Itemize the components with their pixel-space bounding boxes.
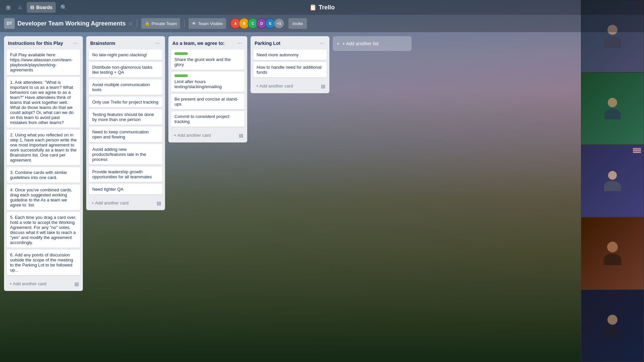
separator-2	[184, 19, 184, 27]
team-visible-button[interactable]: 👁 Team Visible	[189, 18, 226, 29]
card[interactable]: No late-night panic-slacking! ✎	[89, 50, 162, 60]
card[interactable]: Only use Trello for project tracking ✎	[89, 97, 162, 107]
person-body	[604, 36, 621, 48]
eye-icon: 👁	[192, 21, 196, 26]
card[interactable]: 2. Using what you reflected on in step 1…	[7, 130, 80, 165]
boards-icon: ⊟	[30, 5, 34, 10]
person-silhouette-3	[604, 171, 621, 191]
card[interactable]: Testing features should be done by more …	[89, 109, 162, 125]
grid-icon[interactable]: ⊞	[3, 2, 13, 13]
add-card-button-brainstorm[interactable]: + Add another card	[89, 198, 155, 207]
list-title-brainstorm: Brainstorm	[90, 41, 154, 46]
card[interactable]: Share the grunt work and the glory ✎	[171, 50, 245, 70]
card[interactable]: Provide leadership growth opportunities …	[89, 167, 162, 182]
list-menu-button-brainstorm[interactable]: ···	[154, 40, 161, 47]
person-body	[604, 181, 621, 191]
card[interactable]: Need to keep communication open and flow…	[89, 127, 162, 142]
video-background-3	[581, 145, 644, 217]
card[interactable]: Commit to consistent project tracking ✎	[171, 111, 245, 127]
member-avatars: A B C D E +1	[230, 18, 284, 29]
card[interactable]: Limit after hours texting/slacking/email…	[171, 72, 245, 92]
board-header: DT Developer Team Working Agreements ☆ 🔒…	[0, 15, 644, 32]
video-tile-4	[581, 217, 644, 290]
card[interactable]: Distribute non-glamorous tasks like test…	[89, 62, 162, 77]
list-header-parking-lot: Parking Lot ···	[251, 36, 329, 50]
video-background-4	[581, 218, 644, 289]
person-head	[607, 315, 618, 325]
card[interactable]: Avoid adding new products/features late …	[89, 144, 162, 165]
video-background-2	[581, 73, 644, 144]
home-icon[interactable]: ⌂	[15, 2, 25, 13]
boards-label: Boards	[36, 5, 52, 10]
boards-button[interactable]: ⊟ Boards	[27, 2, 56, 13]
card[interactable]: 3. Combine cards with similar guidelines…	[7, 167, 80, 183]
list-parking-lot: Parking Lot ··· Need more autonomy ✎ How…	[251, 36, 329, 93]
card[interactable]: Avoid multiple communication tools ✎	[89, 79, 162, 95]
card[interactable]: 1. Ask attendees: "What is important to …	[7, 77, 80, 128]
video-background-5	[581, 290, 644, 362]
list-menu-button-agreements[interactable]: ···	[236, 40, 243, 47]
search-button[interactable]: 🔍	[58, 2, 69, 13]
list-title-parking-lot: Parking Lot	[255, 41, 318, 46]
list-instructions: Instructions for this Play ··· Full Play…	[4, 36, 83, 291]
add-card-button-instructions[interactable]: + Add another card	[7, 279, 73, 288]
invite-button[interactable]: Invite	[288, 18, 307, 29]
card[interactable]: Full Play available here: https://www.at…	[7, 50, 80, 75]
board-title: Developer Team Working Agreements	[17, 20, 126, 27]
star-button[interactable]: ☆	[128, 21, 133, 26]
list-footer-instructions: + Add another card ▤	[4, 277, 83, 291]
list-cards-instructions: Full Play available here: https://www.at…	[4, 50, 83, 277]
trello-logo: 📋 Trello	[309, 4, 335, 11]
lock-icon: 🔒	[145, 21, 150, 26]
list-menu-button-instructions[interactable]: ···	[72, 40, 79, 47]
list-menu-button-parking-lot[interactable]: ···	[318, 40, 325, 47]
card[interactable]: 6. Add any points of discussion outside …	[7, 250, 80, 275]
list-cards-agreements: Share the grunt work and the glory ✎ Lim…	[168, 50, 247, 129]
person-head	[608, 171, 617, 180]
add-card-button-agreements[interactable]: + Add another card	[171, 131, 237, 140]
card[interactable]: Be present and concise at stand-ups ✎	[171, 94, 245, 109]
workspace-icon: DT	[4, 18, 15, 29]
person-silhouette-5	[604, 315, 621, 337]
list-cards-brainstorm: No late-night panic-slacking! ✎ Distribu…	[86, 50, 165, 196]
person-head	[608, 98, 617, 107]
card[interactable]: How to handle need for additional funds …	[253, 62, 327, 77]
archive-icon-brainstorm[interactable]: ▤	[155, 199, 162, 207]
video-tile-5	[581, 290, 644, 362]
card-label-green	[174, 52, 188, 55]
list-header-instructions: Instructions for this Play ···	[4, 36, 83, 50]
archive-icon-agreements[interactable]: ▤	[237, 131, 245, 139]
add-list-button[interactable]: + + Add another list	[333, 36, 412, 51]
archive-icon[interactable]: ▤	[73, 280, 80, 288]
list-cards-parking-lot: Need more autonomy ✎ How to handle need …	[251, 50, 329, 79]
list-footer-agreements: + Add another card ▤	[168, 129, 247, 142]
board-content: Instructions for this Play ··· Full Play…	[0, 32, 644, 362]
person-silhouette-2	[604, 98, 621, 119]
card[interactable]: Need more autonomy ✎	[253, 50, 327, 60]
list-header-brainstorm: Brainstorm ···	[86, 36, 165, 50]
plus-icon: +	[337, 41, 339, 46]
person-body	[604, 254, 621, 265]
list-agreements: As a team, we agree to: ··· Share the gr…	[168, 36, 247, 142]
person-body	[604, 326, 621, 337]
list-footer-brainstorm: + Add another card ▤	[86, 196, 165, 210]
person-head	[607, 242, 618, 252]
flag-decoration	[633, 148, 641, 153]
card[interactable]: Need tighter QA ✎	[89, 184, 162, 194]
archive-icon-parking-lot[interactable]: ▤	[320, 82, 327, 90]
person-silhouette-4	[604, 242, 621, 265]
card[interactable]: 5. Each time you drag a card over, hold …	[7, 212, 80, 248]
list-title-instructions: Instructions for this Play	[8, 41, 72, 46]
private-team-button[interactable]: 🔒 Private Team	[141, 18, 180, 29]
separator	[137, 19, 137, 27]
video-tile-2	[581, 72, 644, 145]
avatar-overflow[interactable]: +1	[274, 18, 284, 29]
add-card-button-parking-lot[interactable]: + Add another card	[253, 81, 320, 90]
card-label-green	[174, 74, 188, 77]
list-header-agreements: As a team, we agree to: ···	[168, 36, 247, 50]
list-title-agreements: As a team, we agree to:	[172, 41, 236, 46]
list-brainstorm: Brainstorm ··· No late-night panic-slack…	[86, 36, 165, 210]
list-footer-parking-lot: + Add another card ▤	[251, 79, 329, 93]
person-body	[604, 109, 621, 119]
card[interactable]: 4. Once you've combined cards, drag each…	[7, 185, 80, 210]
